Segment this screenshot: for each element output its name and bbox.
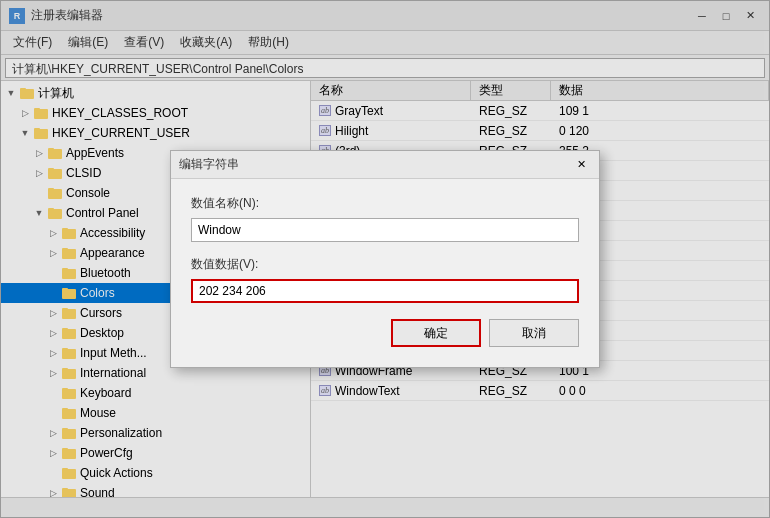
dialog-name-label: 数值名称(N): <box>191 195 579 212</box>
dialog-body: 数值名称(N): 数值数据(V): 确定 取消 <box>171 179 599 367</box>
dialog-title-bar: 编辑字符串 ✕ <box>171 151 599 179</box>
dialog-overlay: 编辑字符串 ✕ 数值名称(N): 数值数据(V): 确定 取消 <box>1 1 769 517</box>
dialog-data-input[interactable] <box>191 279 579 303</box>
dialog-data-label: 数值数据(V): <box>191 256 579 273</box>
dialog-cancel-button[interactable]: 取消 <box>489 319 579 347</box>
dialog-name-input[interactable] <box>191 218 579 242</box>
edit-string-dialog: 编辑字符串 ✕ 数值名称(N): 数值数据(V): 确定 取消 <box>170 150 600 368</box>
dialog-buttons: 确定 取消 <box>191 319 579 351</box>
main-window: R 注册表编辑器 ─ □ ✕ 文件(F) 编辑(E) 查看(V) 收藏夹(A) … <box>0 0 770 518</box>
dialog-ok-button[interactable]: 确定 <box>391 319 481 347</box>
dialog-close-button[interactable]: ✕ <box>571 156 591 174</box>
dialog-title-text: 编辑字符串 <box>179 156 571 173</box>
